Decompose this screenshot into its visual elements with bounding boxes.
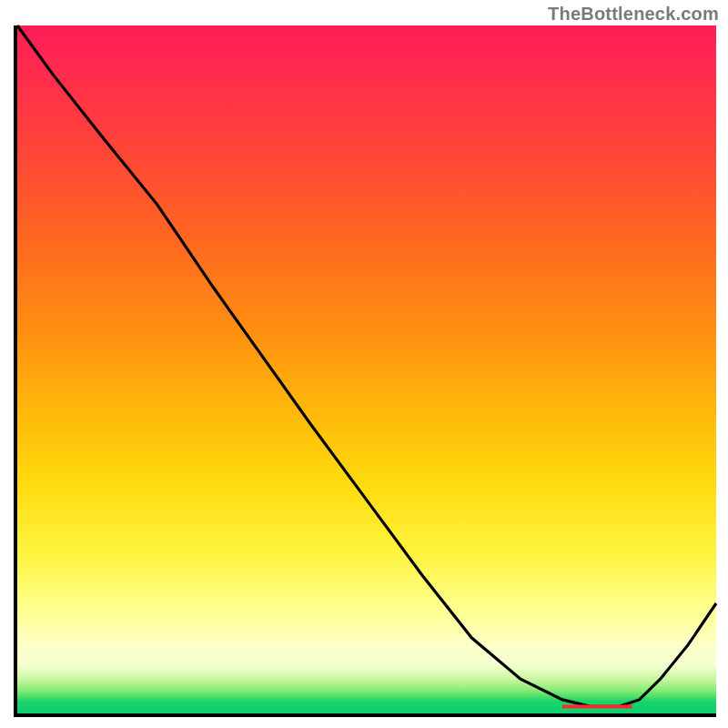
bottleneck-curve — [17, 25, 716, 706]
attribution-text: TheBottleneck.com — [548, 4, 719, 25]
chart-line-layer — [17, 25, 716, 713]
chart-area — [14, 25, 716, 717]
